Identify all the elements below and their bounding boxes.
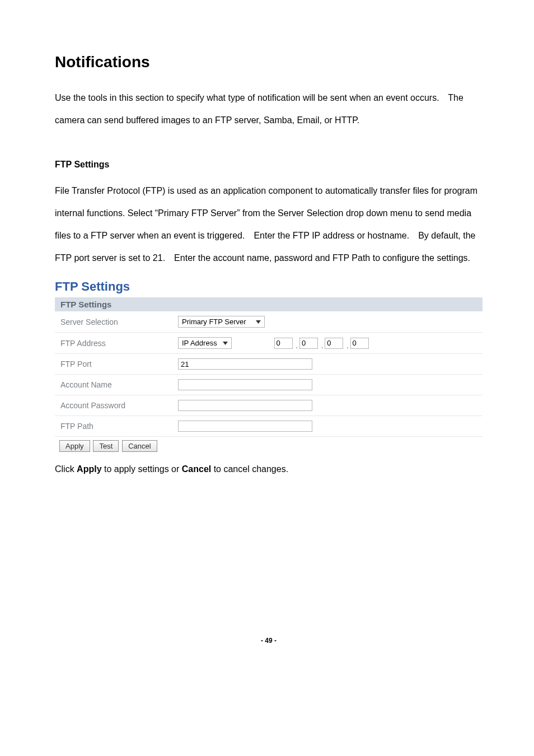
account-password-input[interactable] [178, 400, 312, 411]
ftp-address-type-value: IP Address [182, 339, 217, 347]
footer-line: Click Apply to apply settings or Cancel … [55, 464, 483, 474]
cancel-button[interactable]: Cancel [122, 440, 157, 452]
ftp-settings-table: FTP Settings Server Selection Primary FT… [55, 297, 483, 456]
ip-dot: . [296, 342, 298, 350]
row-ftp-address: FTP Address IP Address 0 . 0 . 0 . 0 [55, 333, 483, 354]
ftp-port-input[interactable] [178, 358, 312, 370]
account-name-input[interactable] [178, 379, 312, 390]
server-selection-value: Primary FTP Server [182, 318, 246, 326]
page-number: - 49 - [55, 637, 483, 661]
apply-button[interactable]: Apply [59, 440, 90, 452]
footer-mid: to apply settings or [102, 464, 182, 474]
svg-marker-0 [256, 320, 261, 324]
intro-paragraph: Use the tools in this section to specify… [55, 87, 483, 132]
ftp-path-input[interactable] [178, 421, 312, 432]
footer-apply-bold: Apply [77, 464, 101, 474]
ftp-settings-description: File Transfer Protocol (FTP) is used as … [55, 180, 483, 269]
label-ftp-path: FTP Path [55, 416, 172, 437]
chevron-down-icon [223, 342, 228, 345]
ftp-settings-heading: FTP Settings [55, 160, 483, 170]
ftp-settings-panel-title: FTP Settings [55, 279, 483, 294]
server-selection-dropdown[interactable]: Primary FTP Server [178, 316, 265, 328]
svg-marker-1 [223, 342, 228, 345]
label-ftp-port: FTP Port [55, 354, 172, 375]
ftp-settings-table-header: FTP Settings [55, 297, 483, 311]
button-row: Apply Test Cancel [55, 437, 483, 457]
label-ftp-address: FTP Address [55, 333, 172, 354]
ip-octet-1[interactable]: 0 [274, 338, 293, 349]
ip-dot: . [346, 342, 348, 350]
row-ftp-port: FTP Port [55, 354, 483, 375]
ip-octet-2[interactable]: 0 [299, 338, 318, 349]
row-server-selection: Server Selection Primary FTP Server [55, 311, 483, 333]
footer-suffix: to cancel changes. [211, 464, 288, 474]
label-account-password: Account Password [55, 395, 172, 416]
ftp-address-type-dropdown[interactable]: IP Address [178, 337, 232, 349]
ip-octet-4[interactable]: 0 [350, 338, 369, 349]
row-ftp-path: FTP Path [55, 416, 483, 437]
test-button[interactable]: Test [93, 440, 119, 452]
chevron-down-icon [256, 320, 261, 324]
footer-cancel-bold: Cancel [182, 464, 211, 474]
row-account-password: Account Password [55, 395, 483, 416]
label-server-selection: Server Selection [55, 311, 172, 333]
label-account-name: Account Name [55, 375, 172, 395]
ip-octet-3[interactable]: 0 [325, 338, 343, 349]
ip-dot: . [321, 342, 323, 350]
ip-address-field: 0 . 0 . 0 . 0 [274, 338, 369, 349]
footer-prefix: Click [55, 464, 77, 474]
page-heading: Notifications [55, 53, 483, 71]
row-account-name: Account Name [55, 375, 483, 395]
